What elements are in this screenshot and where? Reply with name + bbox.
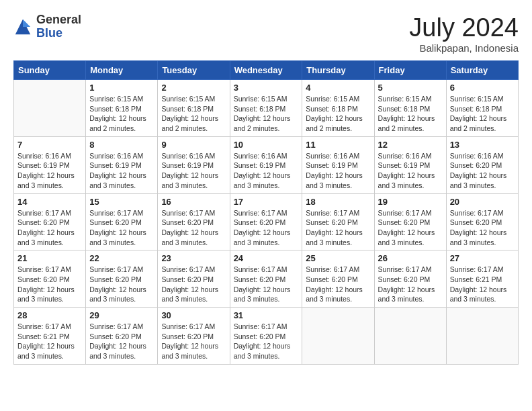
day-number: 21 — [17, 253, 82, 263]
day-info: Sunrise: 6:17 AM Sunset: 6:20 PM Dayligh… — [378, 208, 443, 248]
day-number: 11 — [306, 140, 370, 150]
calendar-cell: 16Sunrise: 6:17 AM Sunset: 6:20 PM Dayli… — [158, 193, 230, 250]
calendar-cell: 2Sunrise: 6:15 AM Sunset: 6:18 PM Daylig… — [158, 80, 230, 137]
logo: General Blue — [13, 13, 81, 40]
day-info: Sunrise: 6:16 AM Sunset: 6:19 PM Dayligh… — [89, 151, 154, 191]
col-sunday: Sunday — [14, 61, 86, 80]
day-number: 16 — [161, 197, 226, 207]
day-info: Sunrise: 6:17 AM Sunset: 6:20 PM Dayligh… — [450, 208, 515, 248]
day-info: Sunrise: 6:15 AM Sunset: 6:18 PM Dayligh… — [161, 94, 226, 134]
day-info: Sunrise: 6:16 AM Sunset: 6:19 PM Dayligh… — [17, 151, 82, 191]
calendar-cell: 4Sunrise: 6:15 AM Sunset: 6:18 PM Daylig… — [302, 80, 374, 137]
calendar-cell: 13Sunrise: 6:16 AM Sunset: 6:20 PM Dayli… — [446, 136, 518, 193]
calendar-cell: 6Sunrise: 6:15 AM Sunset: 6:18 PM Daylig… — [446, 80, 518, 137]
day-number: 25 — [306, 253, 370, 263]
day-number: 30 — [161, 310, 226, 320]
day-number: 14 — [17, 197, 82, 207]
calendar-cell: 11Sunrise: 6:16 AM Sunset: 6:19 PM Dayli… — [302, 136, 374, 193]
calendar-cell: 21Sunrise: 6:17 AM Sunset: 6:20 PM Dayli… — [14, 250, 86, 308]
calendar-cell: 25Sunrise: 6:17 AM Sunset: 6:20 PM Dayli… — [302, 250, 374, 308]
calendar: Sunday Monday Tuesday Wednesday Thursday… — [13, 60, 519, 365]
day-info: Sunrise: 6:17 AM Sunset: 6:20 PM Dayligh… — [89, 322, 154, 361]
calendar-body: 1Sunrise: 6:15 AM Sunset: 6:18 PM Daylig… — [14, 80, 519, 365]
day-info: Sunrise: 6:17 AM Sunset: 6:20 PM Dayligh… — [161, 322, 226, 361]
day-number: 4 — [306, 83, 370, 93]
day-number: 18 — [306, 197, 370, 207]
calendar-cell: 31Sunrise: 6:17 AM Sunset: 6:20 PM Dayli… — [230, 308, 302, 365]
calendar-week-row: 28Sunrise: 6:17 AM Sunset: 6:21 PM Dayli… — [14, 308, 519, 365]
day-number: 8 — [89, 140, 154, 150]
title-block: July 2024 Balikpapan, Indonesia — [409, 13, 519, 54]
col-saturday: Saturday — [446, 61, 518, 80]
day-number: 22 — [89, 253, 154, 263]
calendar-cell: 8Sunrise: 6:16 AM Sunset: 6:19 PM Daylig… — [86, 136, 158, 193]
day-info: Sunrise: 6:17 AM Sunset: 6:20 PM Dayligh… — [306, 265, 370, 304]
calendar-cell: 26Sunrise: 6:17 AM Sunset: 6:20 PM Dayli… — [374, 250, 446, 308]
day-info: Sunrise: 6:15 AM Sunset: 6:18 PM Dayligh… — [306, 94, 370, 134]
calendar-cell: 1Sunrise: 6:15 AM Sunset: 6:18 PM Daylig… — [86, 80, 158, 137]
day-number: 17 — [234, 197, 299, 207]
day-info: Sunrise: 6:17 AM Sunset: 6:20 PM Dayligh… — [234, 265, 299, 304]
day-info: Sunrise: 6:15 AM Sunset: 6:18 PM Dayligh… — [89, 94, 154, 134]
day-number: 20 — [450, 197, 515, 207]
day-number: 27 — [450, 253, 515, 263]
day-number: 12 — [378, 140, 443, 150]
col-friday: Friday — [374, 61, 446, 80]
calendar-cell — [14, 80, 86, 137]
day-info: Sunrise: 6:17 AM Sunset: 6:20 PM Dayligh… — [161, 208, 226, 248]
calendar-cell: 5Sunrise: 6:15 AM Sunset: 6:18 PM Daylig… — [374, 80, 446, 137]
day-info: Sunrise: 6:17 AM Sunset: 6:20 PM Dayligh… — [378, 265, 443, 304]
day-info: Sunrise: 6:17 AM Sunset: 6:20 PM Dayligh… — [17, 265, 82, 304]
day-number: 19 — [378, 197, 443, 207]
day-number: 29 — [89, 310, 154, 320]
calendar-cell: 15Sunrise: 6:17 AM Sunset: 6:20 PM Dayli… — [86, 193, 158, 250]
calendar-cell: 30Sunrise: 6:17 AM Sunset: 6:20 PM Dayli… — [158, 308, 230, 365]
calendar-cell — [446, 308, 518, 365]
col-wednesday: Wednesday — [230, 61, 302, 80]
calendar-cell: 9Sunrise: 6:16 AM Sunset: 6:19 PM Daylig… — [158, 136, 230, 193]
calendar-cell: 14Sunrise: 6:17 AM Sunset: 6:20 PM Dayli… — [14, 193, 86, 250]
calendar-week-row: 14Sunrise: 6:17 AM Sunset: 6:20 PM Dayli… — [14, 193, 519, 250]
day-info: Sunrise: 6:17 AM Sunset: 6:20 PM Dayligh… — [17, 208, 82, 248]
calendar-cell: 27Sunrise: 6:17 AM Sunset: 6:21 PM Dayli… — [446, 250, 518, 308]
logo-icon — [13, 17, 32, 36]
logo-blue: Blue — [36, 27, 81, 40]
calendar-cell — [374, 308, 446, 365]
day-info: Sunrise: 6:17 AM Sunset: 6:20 PM Dayligh… — [89, 208, 154, 248]
day-number: 31 — [234, 310, 299, 320]
calendar-cell: 7Sunrise: 6:16 AM Sunset: 6:19 PM Daylig… — [14, 136, 86, 193]
day-info: Sunrise: 6:16 AM Sunset: 6:19 PM Dayligh… — [234, 151, 299, 191]
calendar-cell: 22Sunrise: 6:17 AM Sunset: 6:20 PM Dayli… — [86, 250, 158, 308]
day-info: Sunrise: 6:16 AM Sunset: 6:19 PM Dayligh… — [306, 151, 370, 191]
logo-text: General Blue — [36, 13, 81, 40]
calendar-cell: 10Sunrise: 6:16 AM Sunset: 6:19 PM Dayli… — [230, 136, 302, 193]
calendar-week-row: 21Sunrise: 6:17 AM Sunset: 6:20 PM Dayli… — [14, 250, 519, 308]
day-number: 23 — [161, 253, 226, 263]
day-number: 26 — [378, 253, 443, 263]
calendar-cell: 18Sunrise: 6:17 AM Sunset: 6:20 PM Dayli… — [302, 193, 374, 250]
day-info: Sunrise: 6:17 AM Sunset: 6:20 PM Dayligh… — [234, 322, 299, 361]
calendar-cell — [302, 308, 374, 365]
day-info: Sunrise: 6:17 AM Sunset: 6:20 PM Dayligh… — [306, 208, 370, 248]
day-number: 6 — [450, 83, 515, 93]
day-number: 10 — [234, 140, 299, 150]
col-thursday: Thursday — [302, 61, 374, 80]
day-number: 3 — [234, 83, 299, 93]
day-number: 24 — [234, 253, 299, 263]
svg-marker-1 — [23, 19, 30, 27]
logo-general: General — [36, 13, 81, 27]
day-info: Sunrise: 6:17 AM Sunset: 6:21 PM Dayligh… — [17, 322, 82, 361]
calendar-week-row: 1Sunrise: 6:15 AM Sunset: 6:18 PM Daylig… — [14, 80, 519, 137]
calendar-cell: 29Sunrise: 6:17 AM Sunset: 6:20 PM Dayli… — [86, 308, 158, 365]
calendar-week-row: 7Sunrise: 6:16 AM Sunset: 6:19 PM Daylig… — [14, 136, 519, 193]
calendar-cell: 19Sunrise: 6:17 AM Sunset: 6:20 PM Dayli… — [374, 193, 446, 250]
calendar-cell: 12Sunrise: 6:16 AM Sunset: 6:19 PM Dayli… — [374, 136, 446, 193]
col-tuesday: Tuesday — [158, 61, 230, 80]
calendar-header: Sunday Monday Tuesday Wednesday Thursday… — [14, 61, 519, 80]
day-info: Sunrise: 6:15 AM Sunset: 6:18 PM Dayligh… — [378, 94, 443, 134]
day-info: Sunrise: 6:16 AM Sunset: 6:20 PM Dayligh… — [450, 151, 515, 191]
day-info: Sunrise: 6:17 AM Sunset: 6:20 PM Dayligh… — [161, 265, 226, 304]
day-number: 7 — [17, 140, 82, 150]
calendar-cell: 24Sunrise: 6:17 AM Sunset: 6:20 PM Dayli… — [230, 250, 302, 308]
calendar-cell: 23Sunrise: 6:17 AM Sunset: 6:20 PM Dayli… — [158, 250, 230, 308]
